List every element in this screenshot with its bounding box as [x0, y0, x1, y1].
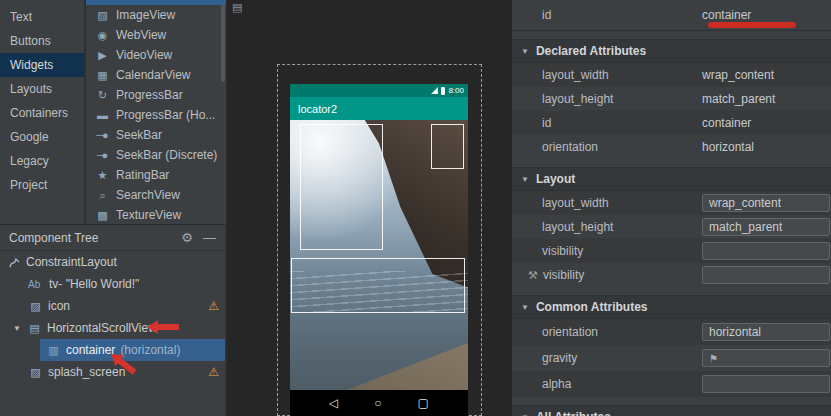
attr-row-orientation-field: orientation horizontal	[512, 319, 831, 345]
component-tree-title: Component Tree	[9, 231, 171, 245]
webview-icon: ◉	[94, 29, 109, 42]
widget-searchview[interactable]: ⌕ SearchView	[86, 185, 226, 205]
gravity-input[interactable]: ⚑	[702, 349, 830, 367]
view-bounds-top-right[interactable]	[431, 124, 464, 169]
imageview-icon: ▨	[94, 9, 109, 22]
id-attribute-row: id container	[512, 0, 831, 31]
warning-icon: ⚠	[208, 299, 219, 313]
tree-item-icon[interactable]: ▨ icon ⚠	[0, 295, 225, 317]
textview-icon: Ab	[28, 279, 44, 290]
section-layout[interactable]: ▼ Layout	[512, 167, 831, 191]
id-value[interactable]: container	[702, 8, 751, 22]
section-all-attributes[interactable]: ▼ All Attributes	[512, 405, 831, 416]
nav-recents-icon: ▢	[418, 396, 429, 410]
android-studio-layout-editor: Text Buttons Widgets Layouts Containers …	[0, 0, 831, 416]
attr-row-alpha: alpha	[512, 371, 831, 397]
attr-row-id: id container	[512, 111, 831, 135]
palette-category-layouts[interactable]: Layouts	[0, 77, 84, 101]
attr-row-layout-height: layout_height match_parent	[512, 87, 831, 111]
palette-scrollbar[interactable]	[221, 4, 225, 82]
widget-calendarview[interactable]: ▦ CalendarView	[86, 65, 226, 85]
widget-seekbar-discrete[interactable]: ┄● SeekBar (Discrete)	[86, 145, 226, 165]
expander-icon[interactable]: ▼	[12, 324, 22, 333]
battery-icon	[441, 87, 445, 95]
red-arrow-annotation-horizontalscrollview	[147, 320, 179, 334]
tree-item-constraintlayout[interactable]: ConstraintLayout	[0, 251, 225, 273]
progressbar-horizontal-icon: ▬	[94, 109, 109, 121]
attr-value[interactable]: match_parent	[702, 92, 775, 106]
design-surface[interactable]: ▤ 8:00 locator2 ◁ ○	[227, 0, 511, 416]
section-collapse-icon[interactable]: ▼	[521, 175, 529, 184]
tools-visibility-input[interactable]	[702, 266, 830, 284]
attr-value[interactable]: container	[702, 116, 751, 130]
layout-width-input[interactable]: wrap_content	[702, 194, 830, 212]
section-collapse-icon[interactable]: ▼	[521, 47, 529, 56]
wifi-icon	[431, 87, 438, 94]
section-common-attributes[interactable]: ▼ Common Attributes	[512, 295, 831, 319]
visibility-input[interactable]	[702, 242, 830, 260]
status-time: 8:00	[448, 86, 464, 95]
section-collapse-icon[interactable]: ▼	[521, 413, 529, 416]
background-photo	[290, 120, 468, 390]
widget-ratingbar[interactable]: ★ RatingBar	[86, 165, 226, 185]
section-collapse-icon[interactable]: ▼	[521, 303, 529, 312]
imageview-tree-icon: ▨	[28, 300, 43, 313]
textureview-icon: ▩	[94, 209, 109, 222]
navigation-bar: ◁ ○ ▢	[290, 390, 468, 416]
widget-imageview[interactable]: ▨ ImageView	[86, 5, 226, 25]
red-underline-annotation	[708, 22, 796, 28]
minimize-icon[interactable]: —	[203, 230, 216, 245]
status-bar: 8:00	[290, 84, 468, 97]
palette-categories: Text Buttons Widgets Layouts Containers …	[0, 0, 85, 224]
attr-row-tools-visibility: ⚒ visibility	[512, 263, 831, 287]
gear-icon[interactable]: ⚙	[181, 230, 193, 245]
attr-value[interactable]: horizontal	[702, 140, 754, 154]
palette-category-buttons[interactable]: Buttons	[0, 29, 84, 53]
widget-progressbar[interactable]: ↻ ProgressBar	[86, 85, 226, 105]
canvas-tool-icon[interactable]: ▤	[232, 1, 242, 14]
container-orientation-suffix: (horizontal)	[120, 343, 180, 357]
photo-beach	[290, 309, 468, 390]
widget-videoview[interactable]: ▶ VideoView	[86, 45, 226, 65]
view-bounds-band[interactable]	[291, 258, 465, 313]
widget-textureview[interactable]: ▩ TextureView	[86, 205, 226, 224]
imageview-tree-icon: ▨	[28, 366, 43, 379]
wrench-icon: ⚒	[528, 269, 538, 282]
palette-category-widgets[interactable]: Widgets	[0, 53, 84, 77]
seekbar-discrete-icon: ┄●	[94, 149, 109, 162]
progressbar-icon: ↻	[94, 89, 109, 102]
videoview-icon: ▶	[94, 49, 109, 62]
attributes-panel: id container ▼ Declared Attributes layou…	[511, 0, 831, 416]
palette-category-text[interactable]: Text	[0, 5, 84, 29]
calendarview-icon: ▦	[94, 69, 109, 82]
attr-row-layout-height-field: layout_height match_parent	[512, 215, 831, 239]
palette-category-containers[interactable]: Containers	[0, 101, 84, 125]
component-tree-panel: Component Tree ⚙ — ConstraintLayout Ab t…	[0, 224, 226, 416]
palette-widget-list: ▨ ImageView ◉ WebView ▶ VideoView ▦ Cale…	[86, 0, 226, 224]
device-preview[interactable]: 8:00 locator2 ◁ ○ ▢	[290, 84, 468, 416]
widget-seekbar[interactable]: ─● SeekBar	[86, 125, 226, 145]
ratingbar-icon: ★	[94, 169, 109, 182]
layout-height-input[interactable]: match_parent	[702, 218, 830, 236]
constraintlayout-icon	[8, 256, 21, 269]
palette-category-legacy[interactable]: Legacy	[0, 149, 84, 173]
attribute-name: id	[512, 8, 702, 22]
component-tree-header: Component Tree ⚙ —	[0, 225, 225, 251]
palette-category-project[interactable]: Project	[0, 173, 84, 197]
tree-item-textview[interactable]: Ab tv- "Hello World!"	[0, 273, 225, 295]
attr-value[interactable]: wrap_content	[702, 68, 774, 82]
warning-icon: ⚠	[208, 365, 219, 379]
orientation-input[interactable]: horizontal	[702, 323, 830, 341]
nav-back-icon: ◁	[329, 396, 338, 410]
attr-row-gravity: gravity ⚑	[512, 345, 831, 371]
palette-category-google[interactable]: Google	[0, 125, 84, 149]
view-bounds-left[interactable]	[300, 124, 383, 250]
attr-row-layout-width-field: layout_width wrap_content	[512, 191, 831, 215]
section-declared-attributes[interactable]: ▼ Declared Attributes	[512, 39, 831, 63]
widget-webview[interactable]: ◉ WebView	[86, 25, 226, 45]
attr-row-orientation: orientation horizontal	[512, 135, 831, 159]
flag-icon: ⚑	[709, 353, 718, 364]
tree-item-horizontalscrollview[interactable]: ▼ ▤ HorizontalScrollView	[0, 317, 225, 339]
alpha-input[interactable]	[702, 375, 830, 393]
widget-progressbar-horizontal[interactable]: ▬ ProgressBar (Ho...	[86, 105, 226, 125]
